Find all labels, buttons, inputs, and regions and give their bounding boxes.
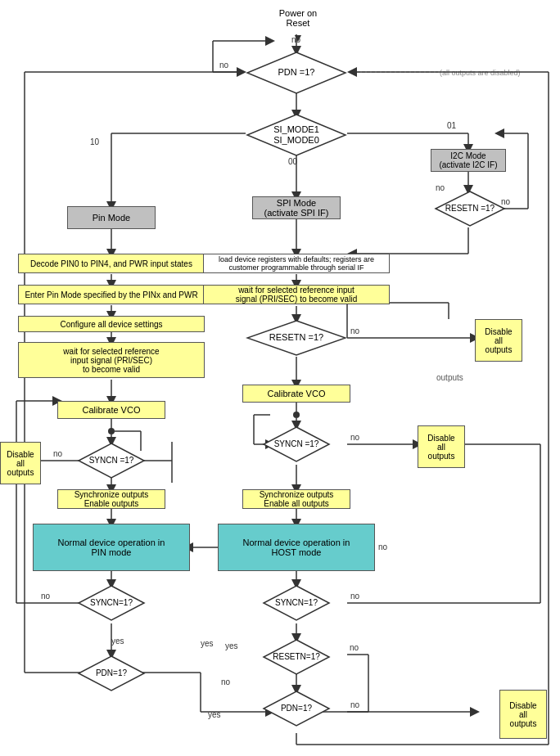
svg-point-46 bbox=[293, 412, 300, 418]
diagram-container: no no bbox=[0, 0, 560, 756]
svg-text:no: no bbox=[350, 326, 360, 335]
svg-point-27 bbox=[108, 428, 115, 434]
normal-host-mode: Normal device operation in HOST mode bbox=[218, 524, 375, 571]
svg-text:(all outputs are disabled): (all outputs are disabled) bbox=[440, 69, 521, 77]
svg-text:no: no bbox=[350, 643, 359, 652]
label-yes-syncn-pin2: yes bbox=[111, 637, 124, 646]
resetn-spi2-diamond: RESETN=1? bbox=[262, 638, 331, 676]
load-device-block: load device registers with defaults; reg… bbox=[203, 254, 390, 273]
disable-outputs-spi-top: Disable all outputs bbox=[475, 319, 522, 362]
power-on-reset-label: Power on Reset bbox=[262, 3, 334, 33]
label-no-host-right: no bbox=[378, 542, 387, 551]
disable-outputs-bottom: Disable all outputs bbox=[499, 690, 547, 739]
label-no-resetn-spi2: no bbox=[221, 677, 230, 686]
normal-pin-mode: Normal device operation in PIN mode bbox=[33, 524, 190, 571]
disable-outputs-spi-lower: Disable all outputs bbox=[418, 425, 465, 468]
svg-text:yes: yes bbox=[225, 641, 238, 650]
spi-mode-block: SPI Mode (activate SPI IF) bbox=[252, 196, 341, 219]
i2c-mode-block: I2C Mode (activate I2C IF) bbox=[431, 149, 506, 172]
disable-outputs-pin-left: Disable all outputs bbox=[0, 442, 41, 484]
decode-pin-block: Decode PIN0 to PIN4, and PWR input state… bbox=[18, 254, 205, 273]
label-00: 00 bbox=[288, 157, 297, 166]
label-10: 10 bbox=[90, 137, 99, 146]
sync-enable-spi: Synchronize outputs Enable all outputs bbox=[242, 489, 350, 509]
svg-text:yes: yes bbox=[201, 639, 214, 648]
enter-pin-mode-block: Enter Pin Mode specified by the PINx and… bbox=[18, 285, 205, 304]
resetn-spi-diamond: RESETN =1? bbox=[246, 319, 347, 357]
label-no-pdn: no bbox=[291, 35, 300, 44]
syncn-spi2-diamond: SYNCN=1? bbox=[262, 584, 331, 622]
outputs-label: outputs bbox=[436, 373, 463, 382]
svg-text:no: no bbox=[350, 592, 360, 601]
svg-text:no: no bbox=[219, 61, 229, 70]
svg-text:no: no bbox=[350, 433, 360, 442]
label-01: 01 bbox=[447, 121, 456, 130]
svg-text:no: no bbox=[41, 592, 51, 601]
sync-enable-pin: Synchronize outputs Enable outputs bbox=[57, 489, 165, 509]
calibrate-vco-pin: Calibrate VCO bbox=[57, 401, 165, 419]
label-no-i2c: no bbox=[436, 183, 445, 192]
syncn-pin2-diamond: SYNCN=1? bbox=[77, 584, 146, 622]
label-yes-syncn-spi2: yes bbox=[208, 710, 221, 719]
configure-device-block: Configure all device settings bbox=[18, 316, 205, 332]
syncn-spi-diamond: SYNCN =1? bbox=[262, 425, 331, 463]
resetn-i2c-diamond: RESETN =1? bbox=[434, 190, 506, 227]
pdn-diamond: PDN =1? bbox=[246, 51, 347, 95]
svg-text:no: no bbox=[53, 449, 63, 458]
pin-mode-block: Pin Mode bbox=[67, 206, 156, 229]
pdn-spi2-diamond: PDN=1? bbox=[262, 690, 331, 727]
wait-ref-pin-block: wait for selected reference input signal… bbox=[18, 342, 205, 378]
pdn-pin2-diamond: PDN=1? bbox=[77, 655, 146, 692]
svg-text:no: no bbox=[350, 700, 360, 709]
si-mode-diamond: SI_MODE1 SI_MODE0 bbox=[246, 113, 347, 157]
wait-ref-spi-block: wait for selected reference input signal… bbox=[203, 285, 390, 304]
syncn-pin-diamond: SYNCN =1? bbox=[77, 442, 146, 479]
calibrate-vco-spi: Calibrate VCO bbox=[242, 385, 350, 403]
